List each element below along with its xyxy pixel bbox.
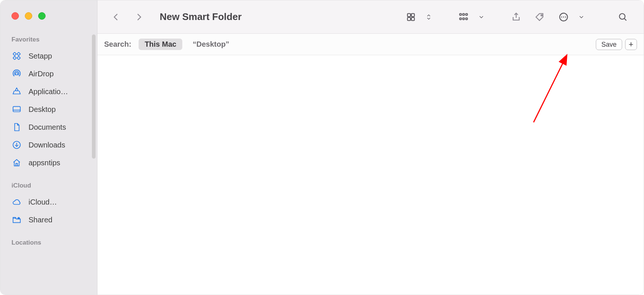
svg-rect-19: [466, 18, 468, 20]
desktop-icon: [11, 104, 22, 115]
downloads-icon: [11, 140, 22, 150]
cloud-icon: [11, 197, 22, 207]
sidebar-scrollbar[interactable]: [92, 34, 96, 159]
svg-point-20: [541, 14, 542, 16]
nav-back-button[interactable]: [106, 9, 126, 25]
documents-icon: [11, 122, 22, 132]
svg-rect-13: [411, 17, 414, 20]
sidebar-item-label: Documents: [29, 123, 66, 132]
applications-icon: [11, 86, 22, 97]
sidebar-item-label: AirDrop: [29, 70, 54, 78]
airdrop-icon: [11, 69, 22, 79]
svg-rect-11: [411, 13, 414, 16]
sidebar-item-home[interactable]: appsntips: [0, 154, 97, 172]
svg-rect-10: [408, 13, 411, 16]
svg-point-4: [16, 73, 18, 75]
svg-rect-18: [463, 18, 465, 20]
svg-line-26: [624, 18, 627, 20]
search-scope-this-mac[interactable]: This Mac: [139, 39, 182, 50]
sidebar-section-locations[interactable]: Locations: [0, 239, 97, 250]
shared-folder-icon: [11, 215, 22, 225]
svg-rect-16: [466, 13, 468, 15]
toolbar: New Smart Folder: [97, 0, 644, 34]
window-title: New Smart Folder: [160, 11, 401, 23]
nav-forward-button[interactable]: [129, 9, 149, 25]
action-menu-chevron[interactable]: [572, 9, 591, 25]
svg-rect-17: [460, 18, 462, 20]
svg-rect-12: [408, 17, 411, 20]
svg-point-25: [620, 13, 625, 19]
setapp-icon: [11, 51, 22, 61]
search-scope-bar: Search: This Mac “Desktop” Save +: [97, 34, 644, 55]
svg-rect-0: [13, 52, 16, 56]
sidebar-item-shared[interactable]: Shared: [0, 211, 97, 229]
svg-rect-6: [13, 106, 20, 112]
sidebar-item-label: Setapp: [29, 52, 52, 60]
sidebar-item-documents[interactable]: Documents: [0, 118, 97, 136]
group-by-button[interactable]: [454, 9, 473, 25]
sidebar: Favorites Setapp AirDrop Applicatio… Des…: [0, 0, 97, 295]
search-scope-current-folder[interactable]: “Desktop”: [190, 39, 232, 50]
svg-rect-14: [460, 13, 462, 15]
svg-point-23: [563, 16, 564, 17]
sidebar-item-setapp[interactable]: Setapp: [0, 47, 97, 65]
sidebar-item-label: Downloads: [29, 141, 65, 149]
sidebar-item-label: Applicatio…: [29, 87, 68, 96]
traffic-lights: [0, 12, 97, 20]
sidebar-item-label: Shared: [29, 216, 53, 224]
group-by-menu[interactable]: [472, 9, 491, 25]
search-scope-label: Search:: [104, 40, 131, 49]
add-criteria-button[interactable]: +: [625, 39, 637, 50]
sidebar-item-airdrop[interactable]: AirDrop: [0, 65, 97, 83]
share-button[interactable]: [507, 9, 526, 25]
sidebar-item-label: iCloud…: [29, 198, 57, 206]
svg-point-24: [565, 16, 566, 17]
sidebar-item-label: appsntips: [29, 159, 60, 167]
sidebar-section-favorites[interactable]: Favorites: [0, 36, 97, 47]
view-icons-button[interactable]: [401, 9, 421, 25]
sidebar-section-icloud[interactable]: iCloud: [0, 182, 97, 193]
svg-point-22: [561, 16, 562, 17]
svg-rect-2: [13, 56, 16, 60]
sidebar-item-downloads[interactable]: Downloads: [0, 136, 97, 154]
svg-rect-1: [17, 52, 20, 56]
tags-button[interactable]: [530, 9, 550, 25]
save-button[interactable]: Save: [596, 39, 622, 50]
window-minimize-button[interactable]: [25, 12, 32, 20]
main-area: New Smart Folder: [97, 0, 644, 295]
home-icon: [11, 158, 22, 168]
search-button[interactable]: [613, 9, 633, 25]
sidebar-item-desktop[interactable]: Desktop: [0, 100, 97, 118]
window-close-button[interactable]: [11, 12, 19, 20]
sidebar-item-applications[interactable]: Applicatio…: [0, 83, 97, 100]
view-switch-stepper[interactable]: [419, 9, 438, 25]
sidebar-item-label: Desktop: [29, 105, 56, 114]
window-zoom-button[interactable]: [38, 12, 46, 20]
action-menu-button[interactable]: [554, 9, 573, 25]
sidebar-item-icloud-drive[interactable]: iCloud…: [0, 193, 97, 211]
svg-rect-3: [17, 56, 20, 60]
svg-rect-15: [463, 13, 465, 15]
results-area: [97, 55, 644, 295]
